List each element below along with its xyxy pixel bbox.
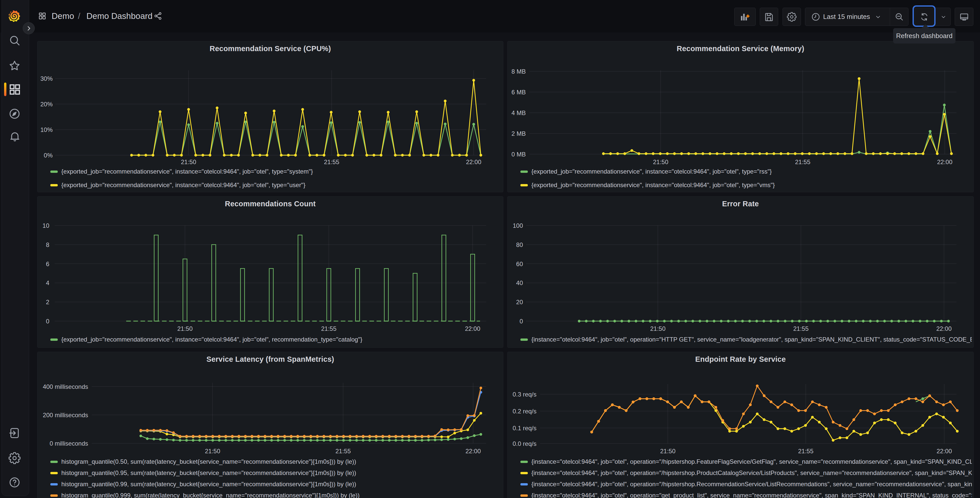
svg-text:0: 0 xyxy=(46,318,49,325)
svg-text:0 MB: 0 MB xyxy=(511,151,526,158)
svg-text:100: 100 xyxy=(513,222,523,229)
svg-text:2 MB: 2 MB xyxy=(511,130,526,137)
svg-text:20%: 20% xyxy=(40,101,52,108)
svg-text:21:50: 21:50 xyxy=(205,448,220,455)
svg-text:8 MB: 8 MB xyxy=(511,68,526,75)
svg-text:22:00: 22:00 xyxy=(466,448,481,455)
svg-text:21:50: 21:50 xyxy=(177,325,192,332)
svg-text:21:55: 21:55 xyxy=(324,158,339,165)
svg-text:22:00: 22:00 xyxy=(937,448,952,455)
svg-text:21:55: 21:55 xyxy=(321,325,336,332)
svg-text:400 milliseconds: 400 milliseconds xyxy=(43,383,88,390)
svg-text:40: 40 xyxy=(516,279,523,286)
svg-text:22:00: 22:00 xyxy=(466,158,481,165)
svg-text:21:55: 21:55 xyxy=(793,325,808,332)
svg-text:0.0 req/s: 0.0 req/s xyxy=(513,440,536,447)
svg-text:21:55: 21:55 xyxy=(795,158,810,165)
svg-text:0: 0 xyxy=(520,318,523,325)
svg-text:21:55: 21:55 xyxy=(336,448,351,455)
svg-text:60: 60 xyxy=(516,260,523,267)
svg-text:10: 10 xyxy=(42,222,49,229)
svg-text:8: 8 xyxy=(46,241,49,248)
svg-text:30%: 30% xyxy=(40,75,52,82)
svg-text:21:50: 21:50 xyxy=(181,158,196,165)
svg-text:22:00: 22:00 xyxy=(465,325,480,332)
svg-text:200 milliseconds: 200 milliseconds xyxy=(43,412,88,418)
svg-text:22:00: 22:00 xyxy=(936,325,951,332)
svg-text:6 MB: 6 MB xyxy=(511,89,526,96)
svg-text:0.2 req/s: 0.2 req/s xyxy=(513,408,536,415)
svg-text:80: 80 xyxy=(516,241,523,248)
svg-text:22:00: 22:00 xyxy=(937,158,952,165)
svg-text:4: 4 xyxy=(46,279,49,286)
svg-text:6: 6 xyxy=(46,260,49,267)
svg-text:0.3 req/s: 0.3 req/s xyxy=(513,391,536,398)
svg-text:10%: 10% xyxy=(40,126,52,133)
svg-text:2: 2 xyxy=(46,298,49,305)
svg-text:0 milliseconds: 0 milliseconds xyxy=(49,440,88,447)
svg-text:21:50: 21:50 xyxy=(660,448,676,455)
svg-text:0.1 req/s: 0.1 req/s xyxy=(513,425,536,431)
svg-text:21:55: 21:55 xyxy=(798,448,813,455)
svg-text:0%: 0% xyxy=(44,152,52,159)
svg-text:21:50: 21:50 xyxy=(650,325,665,332)
svg-text:4 MB: 4 MB xyxy=(511,109,526,117)
svg-text:21:50: 21:50 xyxy=(653,158,668,165)
svg-text:20: 20 xyxy=(516,298,523,305)
